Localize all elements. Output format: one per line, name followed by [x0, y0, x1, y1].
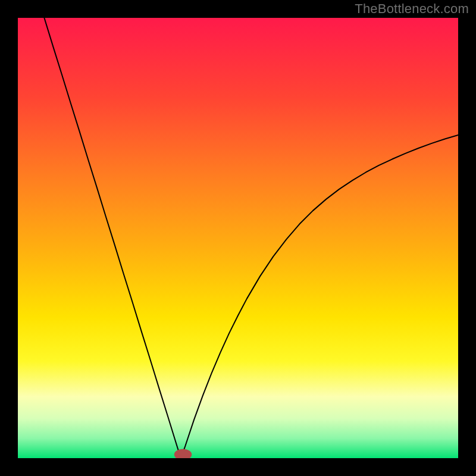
chart-frame: TheBottleneck.com: [0, 0, 476, 476]
curve-layer: [18, 18, 458, 458]
watermark-text: TheBottleneck.com: [355, 1, 469, 17]
plot-area: [18, 18, 458, 458]
